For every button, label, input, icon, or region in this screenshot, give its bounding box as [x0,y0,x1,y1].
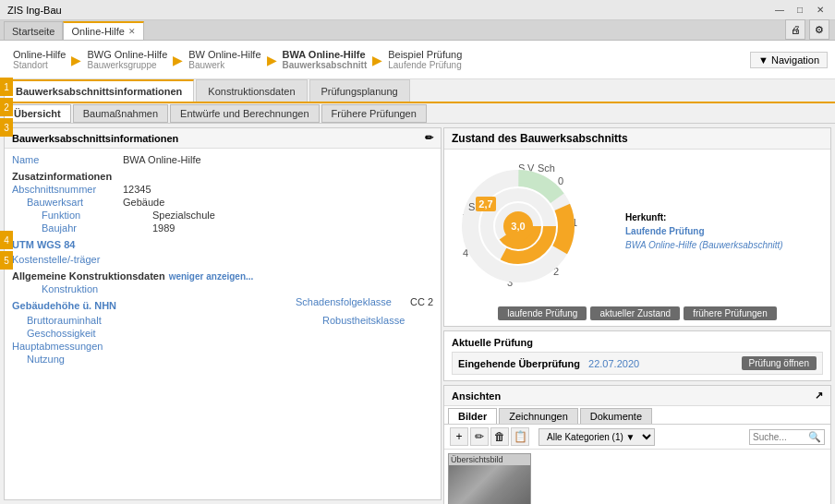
side-numbers: 1 2 3 4 5 [0,78,13,270]
edit-button[interactable]: ✏ [470,427,489,446]
pruefung-row: Eingehende Überprüfung 22.07.2020 Prüfun… [452,352,823,375]
ansichten-toolbar: + ✏ 🗑 📋 Alle Kategorien (1) ▼ 🔍 [444,425,830,450]
window-controls: — □ ✕ [772,3,828,18]
baujahr-row: Baujahr 1989 [12,222,433,234]
minimize-button[interactable]: — [772,3,787,18]
main-value: 3,0 [511,221,525,232]
ansichten-title: Ansichten [452,390,501,402]
chart-legend: Herkunft: Laufende Prüfung BWA Online-Hi… [625,157,783,295]
ansichten-tab-zeichnungen[interactable]: Zeichnungen [499,408,578,424]
side-num-5: 5 [0,251,13,270]
bauwerksart-value: Gebäude [123,197,164,208]
settings-button[interactable]: ⚙ [809,19,829,40]
breadcrumb-bwa[interactable]: BWA Online-Hilfe Bauwerksabschnitt [277,47,373,72]
image-area: Übersichtsbild [444,450,830,504]
print-button[interactable]: 🖨 [785,19,805,40]
sub-tab-entwuerfe[interactable]: Entwürfe und Berechnungen [170,104,319,123]
tab-startseite-label: Startseite [12,26,54,37]
close-button[interactable]: ✕ [813,3,828,18]
breadcrumb-arrow-2: ▶ [173,53,183,67]
utm-label: UTM WGS 84 [12,239,75,250]
name-value: BWA Online-Hilfe [123,154,201,165]
edit-icon[interactable]: ✏ [425,132,433,144]
pruefung-info: Eingehende Überprüfung 22.07.2020 [458,358,639,369]
zustand-content: S V Sch 0 1 2 3 4 – [444,150,830,303]
chart-buttons: laufende Prüfung aktueller Zustand frühe… [444,303,830,326]
axis-0: 0 [558,175,563,186]
ansichten-tab-bilder[interactable]: Bilder [448,408,497,424]
breadcrumb-ribbon: Online-Hilfe Standort ▶ BWG Online-Hilfe… [0,41,835,79]
tab-online-hilfe-label: Online-Hilfe [71,26,124,37]
konstruktion-label: Konstruktion [42,283,152,294]
ansichten-panel: Ansichten ↗ Bilder Zeichnungen Dokumente… [443,385,831,504]
kostenstelle-row: Kostenstelle/-träger [12,254,433,265]
funktion-label: Funktion [42,210,152,221]
add-button[interactable]: + [450,427,468,446]
nutzung-label: Nutzung [27,354,138,365]
aktuelle-panel: Aktuelle Prüfung Eingehende Überprüfung … [443,330,831,381]
fruehere-pruefungen-button[interactable]: frühere Prüfungen [684,306,777,320]
breadcrumb-items: Online-Hilfe Standort ▶ BWG Online-Hilfe… [7,47,467,72]
kategorie-select[interactable]: Alle Kategorien (1) ▼ [539,428,655,446]
tab-online-hilfe[interactable]: Online-Hilfe ✕ [63,21,143,40]
abschnittsnummer-value: 12345 [123,184,151,195]
breadcrumb-arrow-3: ▶ [267,53,277,67]
gebaeude-label: Gebäudehöhe ü. NHN [12,300,116,311]
breadcrumb-arrow-4: ▶ [372,53,382,67]
funktion-row: Funktion Spezialschule [12,210,433,221]
section-tab-bauwerksabschnitt[interactable]: Bauwerksabschnittsinformationen [4,79,194,102]
export-icon[interactable]: ↗ [815,390,823,402]
image-body [449,465,530,504]
clipboard-button[interactable]: 📋 [511,427,529,446]
sub-tab-bar: Übersicht Baumaßnahmen Entwürfe und Bere… [0,103,835,124]
breadcrumb-online-hilfe[interactable]: Online-Hilfe Standort [7,47,71,72]
delete-button[interactable]: 🗑 [490,427,509,446]
name-row: Name BWA Online-Hilfe [12,154,433,165]
sub-tab-fruehere[interactable]: Frühere Prüfungen [321,104,427,123]
abschnittsnummer-label: Abschnittsnummer [12,184,123,195]
maximize-button[interactable]: □ [793,3,807,18]
left-panel: Bauwerksabschnittsinformationen ✏ Name B… [4,127,442,500]
tab-close-icon[interactable]: ✕ [128,27,136,36]
breadcrumb-bw[interactable]: BW Online-Hilfe Bauwerk [183,47,266,72]
weniger-link[interactable]: weniger anzeigen... [169,271,254,282]
sub-tab-uebersicht[interactable]: Übersicht [4,104,71,123]
section-tab-pruefung[interactable]: Prüfungsplanung [309,79,410,102]
section-tab-konstruktion[interactable]: Konstruktionsdaten [196,79,307,102]
sub-tab-baumassnahmen[interactable]: Baumaßnahmen [73,104,168,123]
zustand-chart: S V Sch 0 1 2 3 4 – [452,157,618,295]
laufende-pruefung-button[interactable]: laufende Prüfung [498,306,587,320]
geschossigkeit-row: Geschossigkeit [12,328,433,339]
aktueller-zustand-button[interactable]: aktueller Zustand [590,306,680,320]
sk-value: 2,7 [478,198,492,210]
search-input[interactable] [753,432,808,442]
name-label: Name [12,154,123,165]
section-tabs: Bauwerksabschnittsinformationen Konstruk… [0,79,835,103]
image-thumb[interactable]: Übersichtsbild [448,453,531,504]
ansichten-tab-dokumente[interactable]: Dokumente [580,408,652,424]
nutzung-row: Nutzung [12,354,433,365]
hauptab-label: Hauptabmessungen [12,341,123,352]
robust-label: Robustheitsklasse [322,315,433,326]
side-num-3: 3 [0,118,13,137]
abschnittsnummer-row: Abschnittsnummer 12345 [12,184,433,195]
image-label: Übersichtsbild [449,454,530,465]
pruefung-date: 22.07.2020 [588,358,639,369]
breadcrumb-bwg[interactable]: BWG Online-Hilfe Bauwerksgruppe [81,47,173,72]
pruefung-oeffnen-button[interactable]: Prüfung öffnen [742,356,817,370]
tab-startseite[interactable]: Startseite [4,21,63,40]
side-num-2: 2 [0,98,13,116]
search-box: 🔍 [749,429,825,445]
zustand-header: Zustand des Bauwerksabschnitts [444,128,830,150]
navigation-button[interactable]: ▼ Navigation [750,52,828,68]
schadens-label: Schadensfolgeklasse [296,296,406,307]
bauwerksart-row: Bauwerksart Gebäude [12,197,433,208]
allg-konstr-row: Allgemeine Konstruktionsdaten weniger an… [12,270,433,282]
left-panel-content: Name BWA Online-Hilfe Zusatzinformatione… [5,149,441,372]
ansichten-tabs: Bilder Zeichnungen Dokumente [444,406,830,425]
gebaeude-row: Gebäudehöhe ü. NHN Schadensfolgeklasse C… [12,296,433,315]
breadcrumb-beispiel[interactable]: Beispiel Prüfung Laufende Prüfung [382,47,467,72]
baujahr-value: 1989 [152,222,175,234]
zustand-panel: Zustand des Bauwerksabschnitts S V Sch 0… [443,127,831,327]
pruefung-name: Eingehende Überprüfung [458,358,580,369]
